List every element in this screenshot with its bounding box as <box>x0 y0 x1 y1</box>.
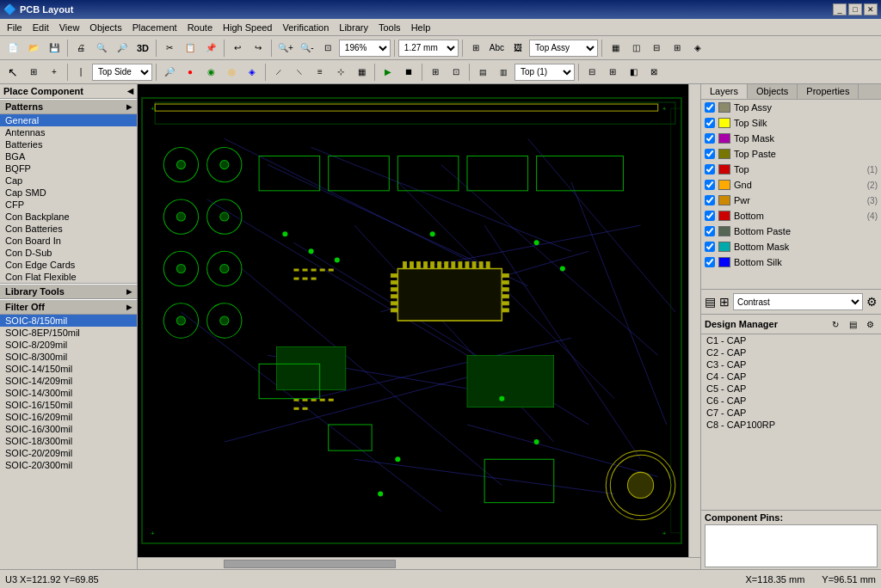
dm-c8[interactable]: C8 - CAP100RP <box>701 419 881 431</box>
cat-antennas[interactable]: Antennas <box>0 126 137 138</box>
layer-top[interactable]: Top (1) <box>701 162 881 177</box>
layer-pwr[interactable]: Pwr (3) <box>701 193 881 208</box>
layer-top-assy-check[interactable] <box>705 102 715 113</box>
maximize-button[interactable]: □ <box>848 3 862 15</box>
save-button[interactable]: 💾 <box>45 39 64 58</box>
pad-btn[interactable]: ◎ <box>222 63 241 82</box>
layer-bottom-silk[interactable]: Bottom Silk <box>701 254 881 270</box>
contrast-select[interactable]: Contrast Monochrome Normal <box>733 293 863 310</box>
cut-button[interactable]: ✂ <box>160 39 179 58</box>
layer-bottom-mask-check[interactable] <box>705 242 715 252</box>
zoom-out-button[interactable]: 🔍- <box>298 39 317 58</box>
menu-tools[interactable]: Tools <box>373 21 406 34</box>
dm-c5[interactable]: C5 - CAP <box>701 383 881 395</box>
side-select[interactable]: Top Side <box>92 64 152 81</box>
route-btn[interactable]: ⟋ <box>269 63 288 82</box>
canvas-scrollbar-horizontal[interactable] <box>138 557 700 569</box>
highlight-btn[interactable]: ◈ <box>243 63 262 82</box>
dm-c6[interactable]: C6 - CAP <box>701 395 881 407</box>
comp-soic14-150[interactable]: SOIC-14/150mil <box>0 363 137 375</box>
menu-verification[interactable]: Verification <box>278 21 335 34</box>
filter-off-header[interactable]: Filter Off ▶ <box>0 299 137 315</box>
ratsnest-btn[interactable]: ⊞ <box>24 63 43 82</box>
select-tool[interactable]: ↖ <box>3 63 22 82</box>
dm-c3[interactable]: C3 - CAP <box>701 358 881 371</box>
dm-filter-btn[interactable]: ▤ <box>845 316 860 332</box>
menu-help[interactable]: Help <box>406 21 436 34</box>
tab-properties[interactable]: Properties <box>798 84 859 99</box>
comp-soic20-300[interactable]: SOIC-20/300mil <box>0 459 137 471</box>
cat-bqfp[interactable]: BQFP <box>0 162 137 175</box>
layer-tool1[interactable]: ⊟ <box>582 63 601 82</box>
layer-gnd-check[interactable] <box>705 180 715 190</box>
view-select[interactable]: Top Assy <box>529 40 598 57</box>
patterns-header[interactable]: Patterns ▶ <box>0 99 137 114</box>
cat-batteries[interactable]: Batteries <box>0 138 137 150</box>
layer-top-paste-check[interactable] <box>705 149 715 159</box>
comp-soic16-209[interactable]: SOIC-16/209mil <box>0 411 137 423</box>
grid-select[interactable]: 1.27 mm <box>398 40 459 57</box>
label-btn[interactable]: Abc <box>487 39 507 58</box>
undo-button[interactable]: ↩ <box>228 39 247 58</box>
search2-btn[interactable]: 🔎 <box>160 63 179 82</box>
comp-soic8-300[interactable]: SOIC-8/300mil <box>0 351 137 363</box>
image-btn[interactable]: 🖼 <box>508 39 527 58</box>
comp-soic14-209[interactable]: SOIC-14/209mil <box>0 375 137 387</box>
layer-icon-btn[interactable]: ▤ <box>705 295 716 309</box>
layer-icon-btn2[interactable]: ⊞ <box>719 295 730 309</box>
zoom-level-select[interactable]: 196% <box>339 40 391 57</box>
tab-layers[interactable]: Layers <box>701 84 748 99</box>
stop-btn[interactable]: ⏹ <box>399 63 418 82</box>
layer-bottom[interactable]: Bottom (4) <box>701 208 881 224</box>
layer-select[interactable]: Top (1) <box>514 64 575 81</box>
print-button[interactable]: 🖨 <box>71 39 90 58</box>
cat-cap-smd[interactable]: Cap SMD <box>0 187 137 199</box>
close-button[interactable]: ✕ <box>864 3 878 15</box>
dm-settings-btn[interactable]: ⚙ <box>862 316 878 332</box>
layer-top-silk[interactable]: Top Silk <box>701 115 881 131</box>
menu-library[interactable]: Library <box>334 21 373 34</box>
layer-tool3[interactable]: ◧ <box>624 63 643 82</box>
cat-con-dsub[interactable]: Con D-Sub <box>0 247 137 259</box>
dm-c1[interactable]: C1 - CAP <box>701 334 881 346</box>
dm-c7[interactable]: C7 - CAP <box>701 407 881 419</box>
dm-c2[interactable]: C2 - CAP <box>701 346 881 358</box>
layer-top-mask[interactable]: Top Mask <box>701 131 881 146</box>
cat-bga[interactable]: BGA <box>0 150 137 162</box>
collapse-arrow[interactable]: ◀ <box>127 87 133 95</box>
comp-soic8-209[interactable]: SOIC-8/209mil <box>0 339 137 351</box>
cat-con-board-in[interactable]: Con Board In <box>0 235 137 247</box>
menu-route[interactable]: Route <box>182 21 218 34</box>
library-tools-header[interactable]: Library Tools ▶ <box>0 284 137 299</box>
misc-btn2[interactable]: ⊡ <box>447 63 465 82</box>
menu-view[interactable]: View <box>54 21 85 34</box>
menu-edit[interactable]: Edit <box>28 21 54 34</box>
layer-settings-icon[interactable]: ⚙ <box>866 295 878 309</box>
zoom-in-button[interactable]: 🔍+ <box>275 39 296 58</box>
3d-button[interactable]: 3D <box>133 39 152 58</box>
layer-top-silk-check[interactable] <box>705 118 715 128</box>
tab-objects[interactable]: Objects <box>748 84 798 99</box>
comp-soic8-150[interactable]: SOIC-8/150mil <box>0 315 137 327</box>
cat-cfp[interactable]: CFP <box>0 199 137 211</box>
run-btn[interactable]: ▶ <box>379 63 397 82</box>
layer-bottom-silk-check[interactable] <box>705 257 715 267</box>
plus-btn[interactable]: + <box>45 63 64 82</box>
place-btn[interactable]: ▦ <box>352 63 371 82</box>
menu-high-speed[interactable]: High Speed <box>218 21 278 34</box>
dm-c4[interactable]: C4 - CAP <box>701 371 881 383</box>
copy-button[interactable]: 📋 <box>181 39 200 58</box>
open-button[interactable]: 📂 <box>24 39 43 58</box>
comp-soic16-150[interactable]: SOIC-16/150mil <box>0 399 137 411</box>
cat-general[interactable]: General <box>0 114 137 126</box>
comp-soic16-300[interactable]: SOIC-16/300mil <box>0 423 137 435</box>
layer-top-assy[interactable]: Top Assy <box>701 100 881 115</box>
layer-top-paste[interactable]: Top Paste <box>701 146 881 162</box>
layer-bottom-paste-check[interactable] <box>705 226 715 236</box>
menu-placement[interactable]: Placement <box>127 21 182 34</box>
layer-gnd[interactable]: Gnd (2) <box>701 177 881 193</box>
pcb-canvas-area[interactable]: + + + + <box>138 84 688 557</box>
layer-bottom-check[interactable] <box>705 211 715 221</box>
misc-btn1[interactable]: ⊞ <box>426 63 445 82</box>
layer-top-check[interactable] <box>705 164 715 175</box>
